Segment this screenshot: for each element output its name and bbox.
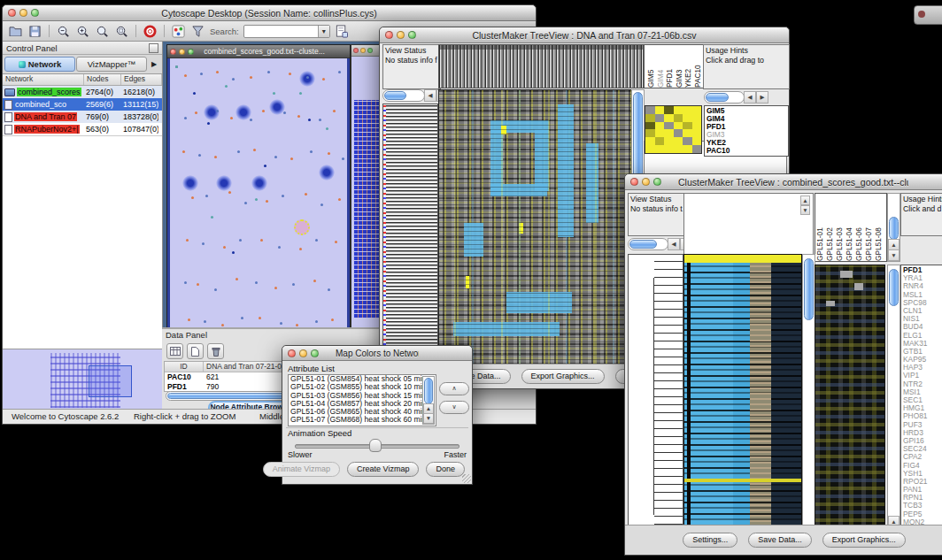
zoom-button[interactable] [408,31,416,39]
scrollbar-thumb[interactable] [424,378,433,404]
matrix-cell[interactable] [683,114,692,122]
scroll-up-icon[interactable]: ▲ [800,196,810,205]
dialog-title-bar[interactable]: Map Colors to Network [282,346,472,361]
resize-grip[interactable] [462,474,471,483]
minimize-button[interactable] [642,178,650,186]
main-title-bar[interactable]: Cytoscape Desktop (Session Name: collins… [3,5,536,21]
close-button[interactable] [170,49,176,55]
col-edges[interactable]: Edges [121,74,162,85]
animate-vizmap-button[interactable]: Animate Vizmap [263,462,340,477]
zoom-out-icon[interactable] [56,24,71,39]
matrix-cell[interactable] [692,137,702,145]
matrix-cell[interactable] [683,106,692,114]
close-button[interactable] [288,349,296,357]
delete-attribute-icon[interactable] [207,343,224,359]
matrix-cell[interactable] [664,106,674,114]
open-session-icon[interactable] [8,24,23,39]
network-view-title-bar[interactable]: combined_scores_good.txt--cluste... [167,45,350,58]
matrix-cell[interactable] [683,122,692,130]
filter-icon[interactable] [190,24,205,39]
global-hscrollbar[interactable] [628,238,668,250]
matrix-cell[interactable] [645,137,655,145]
network-list-row[interactable]: DNA and Tran 07769(0)183728(0) [3,111,162,123]
global-heatmap[interactable] [438,89,632,365]
close-button[interactable] [385,31,393,39]
global-heatmap[interactable] [683,254,802,539]
minimize-button[interactable] [397,31,405,39]
overview-viewport-rect[interactable] [89,365,132,397]
scroll-left-icon[interactable]: ◀ [424,89,436,102]
col-nodes[interactable]: Nodes [84,74,121,85]
zoom-button[interactable] [188,49,194,55]
export-graphics-button[interactable]: Export Graphics... [822,533,906,548]
zoom-vscrollbar[interactable]: ▲ ▼ [887,265,900,539]
row-dendrogram[interactable] [628,254,683,539]
listbox-vscrollbar[interactable]: ▲ ▼ [422,376,435,425]
vizmapper-icon[interactable] [171,24,186,39]
column-dendrogram[interactable] [438,44,644,88]
scrollbar-thumb[interactable] [384,91,406,100]
minimize-icon[interactable] [360,48,366,53]
matrix-cell[interactable] [692,129,702,137]
row-dendrogram[interactable] [382,104,438,365]
matrix-cell[interactable] [645,106,655,114]
matrix-cell[interactable] [645,129,655,137]
treeview1-title-bar[interactable]: ClusterMaker TreeView : DNA and Tran 07-… [380,27,789,43]
matrix-cell[interactable] [655,129,665,137]
global-hscrollbar[interactable] [382,89,425,102]
matrix-cell[interactable] [655,106,665,114]
matrix-cell[interactable] [692,122,702,130]
save-data-button[interactable]: Save Data... [748,533,812,548]
matrix-cell[interactable] [655,145,665,153]
col-network[interactable]: Network [3,74,84,85]
zoom-button[interactable] [31,9,39,17]
matrix-cell[interactable] [645,145,655,153]
zoom-heatmap[interactable] [815,265,885,539]
move-down-button[interactable]: ∨ [439,401,469,414]
scrollbar-thumb[interactable] [804,258,814,320]
matrix-cell[interactable] [674,145,683,153]
network-canvas[interactable] [170,58,347,327]
dropdown-icon[interactable]: ▾ [318,26,329,37]
matrix-cell[interactable] [674,106,683,114]
search-input[interactable]: ▾ [243,25,330,38]
zoom-heatmap-matrix[interactable] [645,105,702,154]
matrix-cell[interactable] [664,145,674,153]
scrollbar-thumb[interactable] [889,269,899,306]
create-vizmap-button[interactable]: Create Vizmap [347,462,419,477]
new-attribute-icon[interactable] [187,343,204,359]
attribute-listbox[interactable]: GPL51-01 (GSM854) heat shock 05 minGPL51… [288,374,436,426]
matrix-cell[interactable] [655,114,665,122]
matrix-cell[interactable] [683,137,692,145]
slider-thumb[interactable] [369,439,382,452]
treeview2-title-bar[interactable]: ClusterMaker TreeView : combined_scores_… [625,174,942,190]
matrix-cell[interactable] [664,114,674,122]
zoom-icon[interactable] [367,48,373,53]
scrollbar-thumb[interactable] [706,93,729,102]
float-panel-icon[interactable] [149,43,158,53]
matrix-cell[interactable] [692,145,702,153]
matrix-cell[interactable] [674,137,683,145]
done-button[interactable]: Done [426,462,465,477]
settings-button[interactable]: Settings... [683,533,737,548]
tab-vizmapper[interactable]: VizMapper™ [76,57,147,72]
matrix-cell[interactable] [655,122,665,130]
scroll-left-icon[interactable]: ◀ [668,238,680,250]
global-vscrollbar[interactable] [802,254,815,539]
zoom-button[interactable] [311,349,319,357]
matrix-cell[interactable] [692,106,702,114]
save-session-icon[interactable] [27,24,42,39]
scroll-down-icon[interactable]: ▼ [888,249,900,261]
scroll-down-icon[interactable]: ▼ [423,413,434,424]
matrix-cell[interactable] [655,137,665,145]
scroll-down-icon[interactable]: ▼ [800,205,810,215]
zoom-hscrollbar[interactable] [704,91,745,104]
zoom-fit-icon[interactable] [95,24,110,39]
matrix-cell[interactable] [645,122,655,130]
minimize-button[interactable] [299,349,307,357]
network-list-row[interactable]: combined_scores2764(0)16218(0) [3,86,162,98]
export-graphics-button[interactable]: Export Graphics... [521,369,605,384]
matrix-cell[interactable] [692,114,702,122]
matrix-cell[interactable] [645,114,655,122]
move-up-button[interactable]: ∧ [439,382,469,395]
